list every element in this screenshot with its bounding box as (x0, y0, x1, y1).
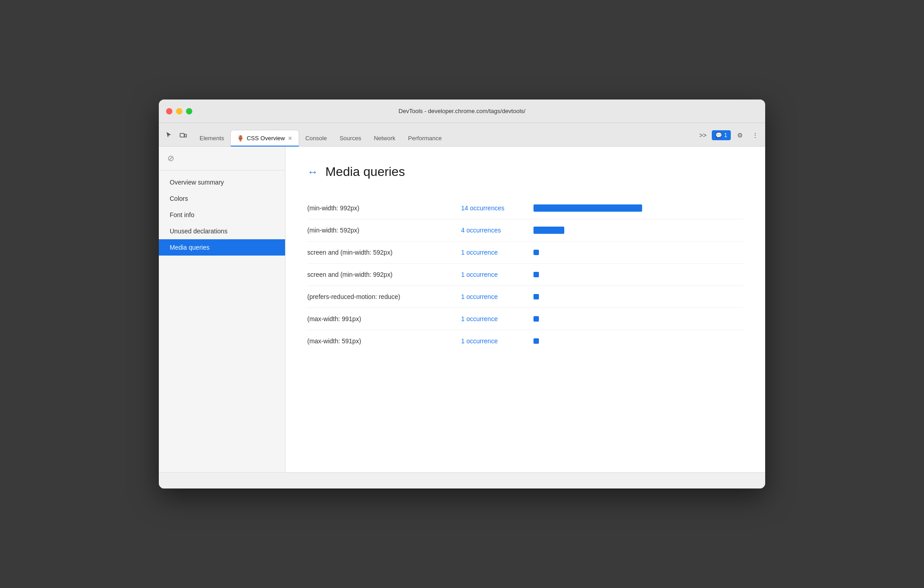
browser-window: DevTools - developer.chrome.com/tags/dev… (159, 100, 765, 488)
minimize-button[interactable] (176, 108, 182, 114)
mq-query-text: (max-width: 991px) (307, 315, 461, 322)
sidebar-item-font-info[interactable]: Font info (159, 207, 285, 223)
table-row: (prefers-reduced-motion: reduce)1 occurr… (307, 286, 743, 308)
tabs-bar: Elements 🏺 CSS Overview ✕ Console Source… (159, 123, 765, 147)
mq-bar-container (533, 250, 743, 255)
media-queries-list: (min-width: 992px)14 occurrences(min-wid… (307, 197, 743, 352)
mq-bar-container (533, 227, 743, 234)
sidebar-item-unused-declarations[interactable]: Unused declarations (159, 223, 285, 239)
mq-occurrences-link[interactable]: 1 occurrence (461, 271, 533, 278)
table-row: screen and (min-width: 592px)1 occurrenc… (307, 242, 743, 264)
tab-css-overview[interactable]: 🏺 CSS Overview ✕ (230, 130, 299, 146)
tabs-right: >> 💬 1 ⚙ ⋮ (696, 129, 762, 146)
table-row: (min-width: 992px)14 occurrences (307, 197, 743, 219)
bottom-bar (159, 472, 765, 488)
mq-occurrences-link[interactable]: 1 occurrence (461, 315, 533, 322)
mq-occurrences-link[interactable]: 1 occurrence (461, 293, 533, 300)
mq-occurrences-link[interactable]: 1 occurrence (461, 337, 533, 345)
cursor-icon[interactable] (162, 129, 175, 142)
tab-css-overview-icon: 🏺 (237, 135, 244, 142)
tab-network[interactable]: Network (367, 130, 402, 146)
content-area: ↔ Media queries (min-width: 992px)14 occ… (286, 147, 765, 472)
mq-bar (533, 204, 642, 212)
mq-bar (533, 227, 564, 234)
sidebar-item-media-queries[interactable]: Media queries (159, 239, 285, 256)
devtools-main: ⊘ Overview summary Colors Font info Unus… (159, 147, 765, 472)
mq-bar-container (533, 338, 743, 344)
mq-occurrences-link[interactable]: 14 occurrences (461, 204, 533, 212)
block-icon[interactable]: ⊘ (164, 152, 177, 165)
maximize-button[interactable] (186, 108, 192, 114)
tab-sources[interactable]: Sources (333, 130, 367, 146)
mq-occurrences-link[interactable]: 1 occurrence (461, 249, 533, 256)
tabs-list: Elements 🏺 CSS Overview ✕ Console Source… (193, 130, 696, 146)
sidebar-top: ⊘ (159, 147, 285, 171)
mq-occurrences-link[interactable]: 4 occurrences (461, 227, 533, 234)
page-title-row: ↔ Media queries (307, 165, 743, 179)
svg-rect-1 (185, 134, 186, 137)
mq-bar-container (533, 294, 743, 299)
tab-elements[interactable]: Elements (193, 130, 230, 146)
media-queries-icon: ↔ (307, 166, 318, 178)
mq-dot (533, 316, 539, 322)
tab-close-icon[interactable]: ✕ (288, 135, 292, 142)
title-bar: DevTools - developer.chrome.com/tags/dev… (159, 100, 765, 123)
notification-button[interactable]: 💬 1 (712, 130, 731, 140)
mq-dot (533, 294, 539, 299)
mq-query-text: screen and (min-width: 992px) (307, 271, 461, 278)
table-row: screen and (min-width: 992px)1 occurrenc… (307, 264, 743, 286)
mq-query-text: (min-width: 592px) (307, 227, 461, 234)
more-options-button[interactable]: ⋮ (749, 129, 762, 142)
mq-query-text: (prefers-reduced-motion: reduce) (307, 293, 461, 300)
settings-button[interactable]: ⚙ (733, 129, 746, 142)
mq-bar-container (533, 316, 743, 322)
tab-console[interactable]: Console (299, 130, 333, 146)
more-tabs-button[interactable]: >> (696, 129, 709, 142)
close-button[interactable] (166, 108, 172, 114)
mq-bar-container (533, 272, 743, 277)
traffic-lights (166, 108, 192, 114)
svg-rect-0 (180, 133, 184, 137)
mq-dot (533, 272, 539, 277)
mq-query-text: screen and (min-width: 592px) (307, 249, 461, 256)
mq-bar-container (533, 204, 743, 212)
page-title: Media queries (325, 165, 405, 179)
window-title: DevTools - developer.chrome.com/tags/dev… (399, 108, 525, 114)
sidebar: ⊘ Overview summary Colors Font info Unus… (159, 147, 286, 472)
table-row: (max-width: 991px)1 occurrence (307, 308, 743, 330)
mq-dot (533, 250, 539, 255)
sidebar-nav: Overview summary Colors Font info Unused… (159, 171, 285, 472)
mq-query-text: (max-width: 591px) (307, 337, 461, 345)
toolbar-icons (162, 129, 190, 146)
notification-icon: 💬 (715, 132, 722, 138)
table-row: (max-width: 591px)1 occurrence (307, 330, 743, 352)
device-toggle-icon[interactable] (177, 129, 190, 142)
sidebar-item-colors[interactable]: Colors (159, 190, 285, 207)
mq-dot (533, 338, 539, 344)
sidebar-item-overview-summary[interactable]: Overview summary (159, 174, 285, 190)
mq-query-text: (min-width: 992px) (307, 204, 461, 212)
tab-performance[interactable]: Performance (402, 130, 448, 146)
table-row: (min-width: 592px)4 occurrences (307, 219, 743, 242)
